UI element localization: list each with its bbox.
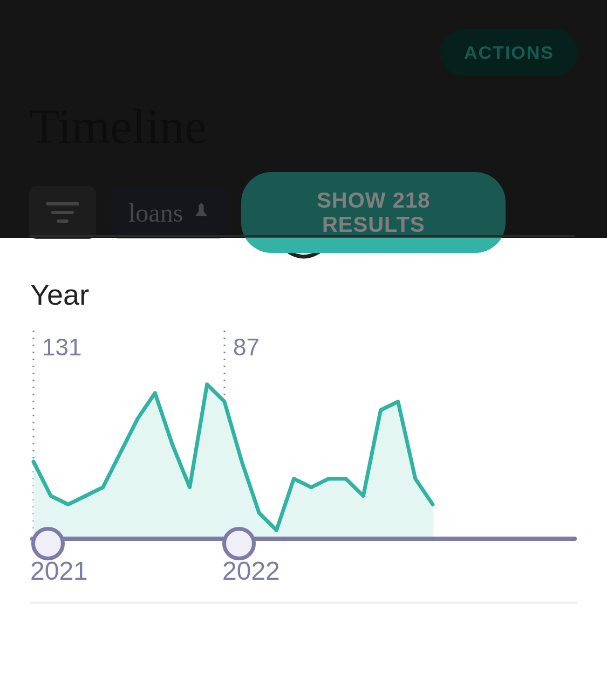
range-slider-handle-start[interactable] [31,527,65,560]
axis-label-2022: 2022 [222,556,280,586]
count-badge-2022: 87 [233,334,260,361]
tag-chip-loans[interactable]: loans [111,187,226,238]
pin-icon [194,203,209,222]
upper-dimmed-section: ACTIONS Timeline loans SHOW 218 RESULTS [0,0,607,238]
count-badge-2021: 131 [42,334,81,361]
sheet-title: Year [30,278,577,311]
range-slider-track[interactable] [30,537,577,541]
filter-icon [46,201,79,224]
tag-chip-label: loans [128,198,183,228]
area-chart-svg [30,331,518,542]
show-results-button[interactable]: SHOW 218 RESULTS [241,172,506,253]
range-slider-handle-end[interactable] [222,527,256,560]
axis-label-2021: 2021 [30,556,88,586]
filter-button[interactable] [29,186,96,239]
controls-row: loans SHOW 218 RESULTS [29,172,578,253]
page-title: Timeline [29,98,578,155]
header-actions-row: ACTIONS [29,29,578,76]
actions-button[interactable]: ACTIONS [440,29,578,76]
section-divider [29,235,575,237]
timeline-chart: 131 87 2021 2022 [30,331,577,603]
bottom-sheet: Year 131 87 2021 2022 [0,238,607,625]
